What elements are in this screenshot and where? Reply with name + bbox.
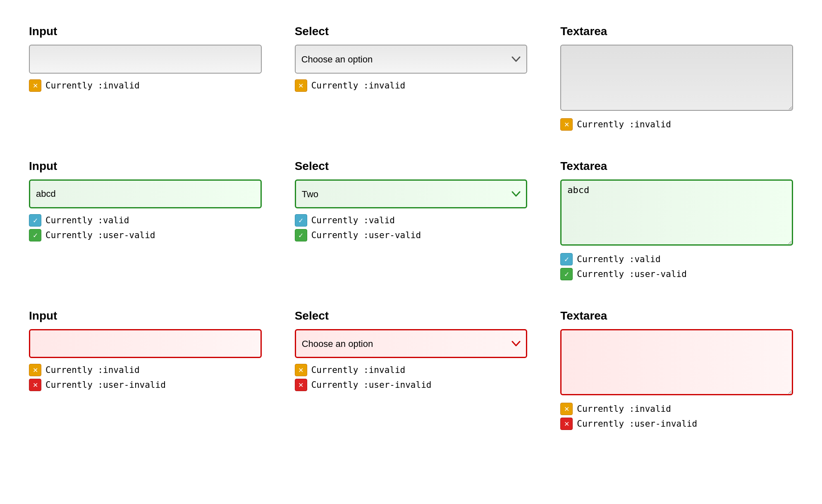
status-item-valid-input-1: ✓Currently :user-valid (29, 229, 262, 241)
status-item-valid-textarea-0: ✓Currently :valid (560, 253, 793, 265)
status-item-user-invalid-input-0: ✕Currently :invalid (29, 364, 262, 376)
section-label-user-invalid-select: Select (295, 309, 528, 322)
textarea-field-user-invalid[interactable] (560, 329, 793, 395)
status-list-valid-textarea: ✓Currently :valid✓Currently :user-valid (560, 253, 793, 280)
status-text-default-select-0: Currently :invalid (311, 81, 406, 91)
input-field-valid[interactable] (29, 179, 262, 208)
status-text-valid-textarea-0: Currently :valid (577, 254, 660, 264)
badge-green-icon: ✓ (29, 229, 41, 241)
status-item-default-textarea-0: ✕Currently :invalid (560, 118, 793, 131)
status-text-user-invalid-textarea-1: Currently :user-invalid (577, 419, 697, 429)
badge-red-icon: ✕ (29, 379, 41, 391)
input-field-user-invalid[interactable] (29, 329, 262, 358)
select-field-user-invalid[interactable]: Choose an optionOneTwoThree (295, 329, 528, 358)
section-label-default-input: Input (29, 25, 262, 38)
cell-valid-select: SelectOneTwoThree✓Currently :valid✓Curre… (278, 147, 544, 297)
badge-orange-icon: ✕ (29, 79, 41, 92)
status-item-default-select-0: ✕Currently :invalid (295, 79, 528, 92)
status-item-default-input-0: ✕Currently :invalid (29, 79, 262, 92)
main-grid: Input✕Currently :invalidSelectChoose an … (12, 12, 810, 447)
status-list-default-select: ✕Currently :invalid (295, 79, 528, 92)
status-text-default-input-0: Currently :invalid (45, 81, 140, 91)
status-text-default-textarea-0: Currently :invalid (577, 119, 671, 129)
badge-green-icon: ✓ (560, 268, 573, 280)
status-list-default-input: ✕Currently :invalid (29, 79, 262, 92)
section-label-default-select: Select (295, 25, 528, 38)
cell-default-select: SelectChoose an optionOneTwoThree✕Curren… (278, 12, 544, 147)
cell-valid-textarea: Textarea✓Currently :valid✓Currently :use… (544, 147, 810, 297)
badge-blue-icon: ✓ (295, 214, 307, 227)
select-wrapper-default: Choose an optionOneTwoThree (295, 45, 528, 74)
status-text-valid-input-0: Currently :valid (45, 215, 129, 225)
cell-user-invalid-input: Input✕Currently :invalid✕Currently :user… (12, 297, 278, 447)
status-list-user-invalid-input: ✕Currently :invalid✕Currently :user-inva… (29, 364, 262, 391)
status-text-user-invalid-select-0: Currently :invalid (311, 365, 406, 375)
textarea-field-valid[interactable] (560, 179, 793, 246)
section-label-valid-select: Select (295, 160, 528, 173)
badge-green-icon: ✓ (295, 229, 307, 241)
badge-orange-icon: ✕ (295, 364, 307, 376)
status-item-user-invalid-select-1: ✕Currently :user-invalid (295, 379, 528, 391)
badge-orange-icon: ✕ (560, 403, 573, 415)
badge-blue-icon: ✓ (29, 214, 41, 227)
status-item-user-invalid-input-1: ✕Currently :user-invalid (29, 379, 262, 391)
badge-red-icon: ✕ (560, 418, 573, 430)
select-wrapper-user-invalid: Choose an optionOneTwoThree (295, 329, 528, 358)
status-text-valid-select-0: Currently :valid (311, 215, 395, 225)
status-item-user-invalid-textarea-0: ✕Currently :invalid (560, 403, 793, 415)
status-item-user-invalid-select-0: ✕Currently :invalid (295, 364, 528, 376)
badge-orange-icon: ✕ (29, 364, 41, 376)
cell-user-invalid-textarea: Textarea✕Currently :invalid✕Currently :u… (544, 297, 810, 447)
status-list-valid-select: ✓Currently :valid✓Currently :user-valid (295, 214, 528, 241)
status-text-valid-input-1: Currently :user-valid (45, 230, 155, 240)
status-text-user-invalid-input-0: Currently :invalid (45, 365, 140, 375)
cell-valid-input: Input✓Currently :valid✓Currently :user-v… (12, 147, 278, 297)
status-list-valid-input: ✓Currently :valid✓Currently :user-valid (29, 214, 262, 241)
status-text-user-invalid-input-1: Currently :user-invalid (45, 380, 166, 390)
select-wrapper-valid: OneTwoThree (295, 179, 528, 208)
badge-orange-icon: ✕ (560, 118, 573, 131)
status-item-valid-input-0: ✓Currently :valid (29, 214, 262, 227)
section-label-user-invalid-input: Input (29, 309, 262, 322)
cell-default-textarea: Textarea✕Currently :invalid (544, 12, 810, 147)
section-label-default-textarea: Textarea (560, 25, 793, 38)
status-item-valid-select-0: ✓Currently :valid (295, 214, 528, 227)
status-text-user-invalid-select-1: Currently :user-invalid (311, 380, 432, 390)
cell-default-input: Input✕Currently :invalid (12, 12, 278, 147)
status-item-user-invalid-textarea-1: ✕Currently :user-invalid (560, 418, 793, 430)
section-label-user-invalid-textarea: Textarea (560, 309, 793, 322)
section-label-valid-input: Input (29, 160, 262, 173)
select-field-valid[interactable]: OneTwoThree (295, 179, 528, 208)
status-item-valid-select-1: ✓Currently :user-valid (295, 229, 528, 241)
status-text-valid-select-1: Currently :user-valid (311, 230, 421, 240)
select-field-default[interactable]: Choose an optionOneTwoThree (295, 45, 528, 74)
section-label-valid-textarea: Textarea (560, 160, 793, 173)
badge-orange-icon: ✕ (295, 79, 307, 92)
status-text-user-invalid-textarea-0: Currently :invalid (577, 404, 671, 414)
badge-blue-icon: ✓ (560, 253, 573, 265)
status-text-valid-textarea-1: Currently :user-valid (577, 269, 687, 279)
status-list-default-textarea: ✕Currently :invalid (560, 118, 793, 131)
input-field-default[interactable] (29, 45, 262, 74)
cell-user-invalid-select: SelectChoose an optionOneTwoThree✕Curren… (278, 297, 544, 447)
status-list-user-invalid-textarea: ✕Currently :invalid✕Currently :user-inva… (560, 403, 793, 430)
status-item-valid-textarea-1: ✓Currently :user-valid (560, 268, 793, 280)
textarea-field-default[interactable] (560, 45, 793, 111)
status-list-user-invalid-select: ✕Currently :invalid✕Currently :user-inva… (295, 364, 528, 391)
badge-red-icon: ✕ (295, 379, 307, 391)
